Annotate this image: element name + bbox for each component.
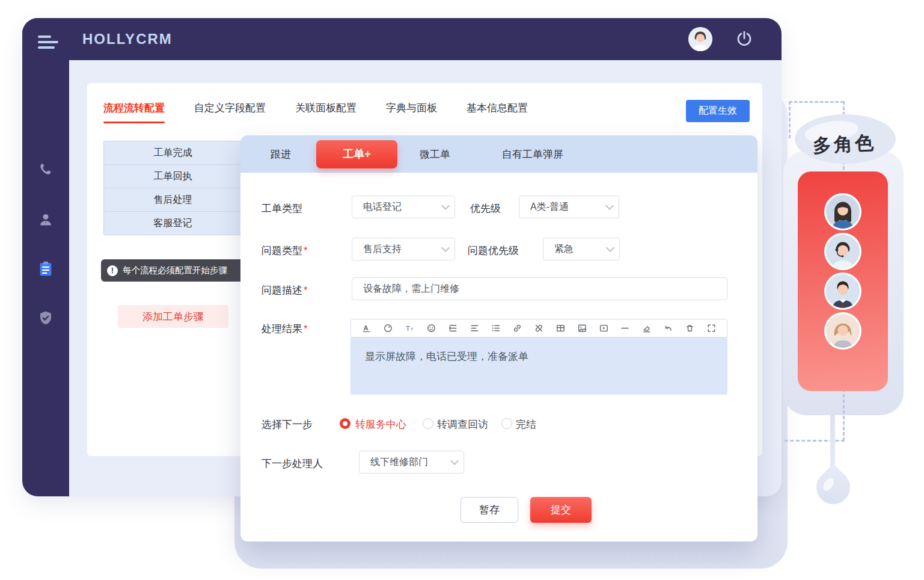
warning-text: 每个流程必须配置开始步骤 xyxy=(123,265,227,276)
undo-icon[interactable] xyxy=(659,321,678,336)
issue-type-label: 问题类型* xyxy=(262,244,308,258)
modal-tab-follow[interactable]: 跟进 xyxy=(271,147,291,161)
font-style-icon[interactable]: A xyxy=(357,321,376,336)
workorder-modal: 跟进 工单+ 微工单 自有工单弹屏 工单类型 电话登记 优先级 A类-普通 问题… xyxy=(240,135,757,541)
color-palette-icon[interactable] xyxy=(379,321,398,336)
annotation-title: 多角色 xyxy=(812,130,877,158)
issue-desc-label: 问题描述* xyxy=(262,283,308,297)
image-icon[interactable] xyxy=(572,321,592,336)
flow-item-receipt[interactable]: 工单回执 xyxy=(103,164,242,188)
modal-tabs: 跟进 工单+ 微工单 自有工单弹屏 xyxy=(240,135,757,173)
flow-item-register[interactable]: 客服登记 xyxy=(103,211,242,235)
radio-service-center-label[interactable]: 转服务中心 xyxy=(355,418,406,431)
emoji-icon[interactable] xyxy=(421,321,441,336)
chevron-down-icon xyxy=(606,244,614,252)
shield-icon[interactable] xyxy=(22,294,69,343)
agent-female-short-hair-avatar[interactable] xyxy=(824,312,861,350)
workorder-icon[interactable] xyxy=(22,244,69,294)
warning-tooltip: ! 每个流程必须配置开始步骤 xyxy=(101,259,248,282)
tab-basic-info[interactable]: 基本信息配置 xyxy=(467,101,528,123)
link-icon[interactable] xyxy=(508,321,527,336)
issue-priority-select[interactable]: 紧急 xyxy=(543,238,620,261)
agent-male-suit-avatar[interactable] xyxy=(824,273,861,310)
chevron-down-icon xyxy=(441,244,450,252)
divider-icon[interactable] xyxy=(616,321,635,336)
flow-step-list: 工单完成 工单回执 售后处理 客服登记 xyxy=(103,141,242,235)
user-avatar[interactable] xyxy=(688,27,712,51)
app-logo: HOLLYCRM xyxy=(82,31,173,48)
table-icon[interactable] xyxy=(551,321,570,336)
next-handler-select[interactable]: 线下维修部门 xyxy=(359,451,464,474)
radio-finish[interactable] xyxy=(501,418,512,429)
video-icon[interactable] xyxy=(594,321,613,336)
fullscreen-icon[interactable] xyxy=(702,321,721,336)
radio-finish-label[interactable]: 完结 xyxy=(516,418,536,431)
tab-linked-panel[interactable]: 关联面板配置 xyxy=(295,101,356,123)
priority-label: 优先级 xyxy=(470,202,501,215)
tab-dictionary[interactable]: 字典与面板 xyxy=(386,101,437,123)
modal-tab-micro[interactable]: 微工单 xyxy=(420,147,450,161)
apply-config-button[interactable]: 配置生效 xyxy=(686,100,750,122)
drip-stem xyxy=(830,414,835,472)
issue-type-select[interactable]: 售后支持 xyxy=(352,238,455,261)
result-label: 处理结果* xyxy=(262,322,308,336)
ticket-type-label: 工单类型 xyxy=(262,202,302,215)
indent-icon[interactable] xyxy=(443,321,462,336)
tab-custom-fields[interactable]: 自定义字段配置 xyxy=(194,101,266,123)
list-icon[interactable] xyxy=(486,321,506,336)
dashed-guide-left xyxy=(789,101,791,138)
priority-select[interactable]: A类-普通 xyxy=(519,196,619,218)
user-icon[interactable] xyxy=(22,195,69,244)
chevron-down-icon xyxy=(605,202,614,210)
ticket-type-select[interactable]: 电话登记 xyxy=(352,196,455,218)
font-size-icon[interactable]: TT xyxy=(400,321,420,336)
menu-icon[interactable] xyxy=(38,35,58,51)
flow-item-aftersales[interactable]: 售后处理 xyxy=(103,188,242,212)
editor-content[interactable]: 显示屏故障，电话已受理，准备派单 xyxy=(350,338,727,395)
add-step-button[interactable]: 添加工单步骤 xyxy=(118,305,228,328)
issue-priority-label: 问题优先级 xyxy=(468,244,519,258)
next-step-label: 选择下一步 xyxy=(262,418,313,431)
flow-item-complete[interactable]: 工单完成 xyxy=(103,141,242,165)
svg-text:T: T xyxy=(406,324,410,332)
agent-female-long-hair-avatar[interactable] xyxy=(824,193,861,230)
warning-icon: ! xyxy=(107,265,118,276)
dashed-guide-top xyxy=(789,101,844,103)
next-handler-label: 下一步处理人 xyxy=(262,457,323,470)
radio-service-center[interactable] xyxy=(340,418,350,429)
radio-survey-callback[interactable] xyxy=(423,418,433,429)
svg-text:T: T xyxy=(411,327,414,332)
submit-button[interactable]: 提交 xyxy=(530,497,592,523)
delete-icon[interactable] xyxy=(680,321,699,336)
power-icon[interactable] xyxy=(735,30,753,48)
unlink-icon[interactable] xyxy=(530,321,549,336)
roles-panel xyxy=(798,171,888,391)
phone-icon[interactable] xyxy=(22,146,69,195)
editor-toolbar: ATT xyxy=(350,319,727,338)
dashed-guide-bottom xyxy=(785,440,845,442)
svg-text:A: A xyxy=(364,324,369,332)
align-icon[interactable] xyxy=(465,321,484,336)
modal-tab-workorder[interactable]: 工单+ xyxy=(316,140,397,168)
chevron-down-icon xyxy=(441,202,450,210)
save-draft-button[interactable]: 暂存 xyxy=(460,497,518,523)
radio-survey-callback-label[interactable]: 转调查回访 xyxy=(437,418,488,431)
eraser-icon[interactable] xyxy=(637,321,656,336)
tab-flow-config[interactable]: 流程流转配置 xyxy=(103,101,165,123)
agent-headset-avatar[interactable] xyxy=(824,233,861,270)
screen: 多角色 HOLLYCRM 流程流转配置 自定义字段配置 xyxy=(0,0,924,580)
issue-desc-input[interactable] xyxy=(352,277,727,300)
page-tabs: 流程流转配置 自定义字段配置 关联面板配置 字典与面板 基本信息配置 xyxy=(103,101,557,123)
modal-tab-popup[interactable]: 自有工单弹屏 xyxy=(502,147,563,161)
chevron-down-icon xyxy=(450,457,459,465)
sidebar-icons xyxy=(22,146,69,343)
